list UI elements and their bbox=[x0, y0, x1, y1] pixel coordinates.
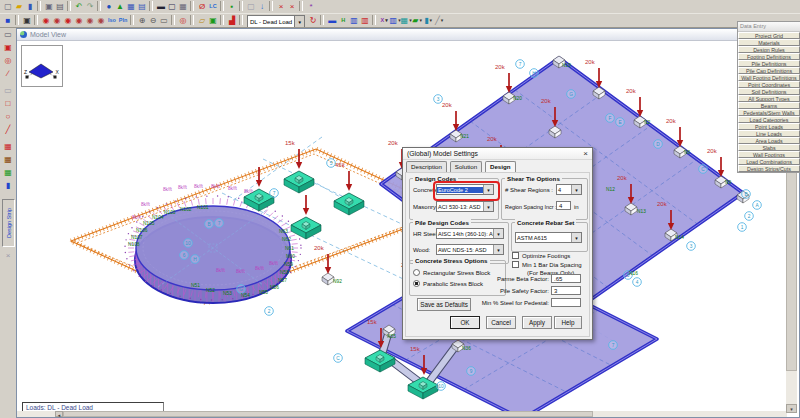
grid-tool-red-icon[interactable]: ▦ bbox=[2, 141, 14, 153]
print-icon[interactable]: ▤ bbox=[55, 1, 65, 12]
data-entry-item-point-loads[interactable]: Point Loads bbox=[738, 123, 800, 130]
undo-icon[interactable]: ↶ bbox=[74, 1, 84, 12]
iso-view-icon[interactable]: Iso bbox=[107, 15, 117, 26]
new-window-icon[interactable]: ▢ bbox=[167, 1, 177, 12]
parabolic-stress-radio[interactable] bbox=[413, 280, 420, 287]
save-as-defaults-button[interactable]: Save as Defaults bbox=[417, 298, 471, 311]
draw-slabs-icon[interactable]: ▰▾ bbox=[412, 15, 422, 26]
active-load-combo[interactable]: DL - Dead Load▾ bbox=[247, 15, 305, 28]
draw-piles-icon[interactable]: ▥ bbox=[360, 15, 370, 26]
export-icon[interactable]: ↓ bbox=[257, 1, 267, 12]
snapshot-icon[interactable]: ▣ bbox=[22, 15, 32, 26]
design-strip-button[interactable]: Design Strip bbox=[2, 199, 15, 247]
save-icon[interactable]: ▮ bbox=[25, 1, 35, 12]
tab-solution[interactable]: Solution bbox=[450, 161, 482, 172]
data-entry-item-area-loads[interactable]: Area Loads bbox=[738, 137, 800, 144]
min-steel-input[interactable] bbox=[551, 298, 581, 307]
draw-circle-icon[interactable]: ○ bbox=[2, 111, 14, 123]
data-entry-item-pedestals-stem-walls[interactable]: Pedestals/Stem Walls bbox=[738, 109, 800, 116]
zoom-in-icon[interactable]: ⊕ bbox=[137, 15, 147, 26]
draw-strips-icon[interactable]: ╱▾ bbox=[434, 15, 444, 26]
pin-support-1-icon[interactable]: ◉ bbox=[41, 15, 51, 26]
data-entry-item-wall-footings[interactable]: Wall Footings bbox=[738, 151, 800, 158]
data-entry-item-point-coordinates[interactable]: Point Coordinates bbox=[738, 81, 800, 88]
min-bar-dia-checkbox[interactable] bbox=[512, 261, 519, 268]
draw-footings-icon[interactable]: ▬ bbox=[327, 15, 337, 26]
copy-icon[interactable]: ▣ bbox=[44, 1, 54, 12]
draw-mesh-icon[interactable]: ▦▾ bbox=[401, 15, 411, 26]
grid-tool-green-icon[interactable]: ▦ bbox=[2, 167, 14, 179]
snap-settings-icon[interactable]: × bbox=[2, 250, 14, 262]
delete-all-results-icon[interactable]: × bbox=[287, 1, 297, 12]
rectangular-stress-radio[interactable] bbox=[413, 269, 420, 276]
load-combination-icon[interactable]: LC bbox=[208, 1, 218, 12]
new-file-icon[interactable]: ▢ bbox=[3, 1, 13, 12]
data-entry-item-load-combinations[interactable]: Load Combinations bbox=[738, 158, 800, 165]
results-icon[interactable]: ▪ bbox=[227, 1, 237, 12]
draw-pedestals-icon[interactable]: ▥ bbox=[349, 15, 359, 26]
draw-beams-icon[interactable]: H bbox=[338, 15, 348, 26]
target-icon[interactable]: ◎ bbox=[178, 15, 188, 26]
dropdown-arrow-icon[interactable]: ▾ bbox=[571, 233, 581, 242]
solve-icon[interactable]: Ø bbox=[197, 1, 207, 12]
rotate-view-icon[interactable]: ◎ bbox=[2, 55, 14, 67]
hr-steel-select[interactable]: AISC 14th (360-10): ASD ▾ bbox=[436, 228, 504, 239]
masonry-code-select[interactable]: ACI 530-13: ASD ▾ bbox=[436, 201, 494, 212]
hscroll-left-arrow-icon[interactable]: ◂ bbox=[55, 411, 63, 417]
select-window-icon[interactable]: ▭ bbox=[2, 29, 14, 41]
wood-select[interactable]: AWC NDS-15: ASD ▾ bbox=[436, 244, 504, 255]
data-entry-item-design-strips-cuts[interactable]: Design Strips/Cuts bbox=[738, 165, 800, 172]
pin-support-2-icon[interactable]: ◉ bbox=[52, 15, 62, 26]
help-icon[interactable]: * bbox=[306, 1, 316, 12]
dialog-close-icon[interactable]: × bbox=[583, 148, 588, 160]
data-entry-item-pile-cap-definitions[interactable]: Pile Cap Definitions bbox=[738, 67, 800, 74]
data-entry-item-pile-definitions[interactable]: Pile Definitions bbox=[738, 60, 800, 67]
data-entry-header[interactable]: Data Entry bbox=[738, 22, 800, 32]
draw-columns-icon[interactable]: ▥▾ bbox=[390, 15, 400, 26]
draw-plates-icon[interactable]: X▾ bbox=[379, 15, 389, 26]
dropdown-arrow-icon[interactable]: ▾ bbox=[483, 185, 493, 194]
select-all-icon[interactable]: ▭ bbox=[2, 85, 14, 97]
data-entry-item-wall-footing-definitions[interactable]: Wall Footing Definitions bbox=[738, 74, 800, 81]
render-view-icon[interactable]: ● bbox=[104, 1, 114, 12]
rebar-set-select[interactable]: ASTM A615 ▾ bbox=[515, 232, 582, 243]
zoom-box-icon[interactable]: ▭ bbox=[159, 15, 169, 26]
tile-windows-icon[interactable]: ▦ bbox=[126, 1, 136, 12]
report-icon[interactable]: ▢ bbox=[246, 1, 256, 12]
concrete-code-select[interactable]: EuroCode 2 ▾ bbox=[436, 184, 494, 195]
monitor-icon[interactable]: ▬ bbox=[156, 1, 166, 12]
region-spacing-input[interactable]: 4 bbox=[556, 201, 571, 210]
draw-line-icon[interactable]: ╱ bbox=[2, 124, 14, 136]
pin-support-3-icon[interactable]: ◉ bbox=[63, 15, 73, 26]
dialog-titlebar[interactable]: (Global) Model Settings × bbox=[403, 148, 592, 160]
pin-support-6-icon[interactable]: ◉ bbox=[96, 15, 106, 26]
data-entry-item-project-grid[interactable]: Project Grid bbox=[738, 32, 800, 39]
model-view-titlebar[interactable]: Model View bbox=[17, 29, 799, 41]
help-button[interactable]: Help bbox=[554, 316, 582, 329]
hscroll-thumb[interactable] bbox=[63, 411, 593, 417]
zoom-out-icon[interactable]: ⊖ bbox=[148, 15, 158, 26]
open-folder-icon[interactable]: ▰ bbox=[14, 1, 24, 12]
pin-support-4-icon[interactable]: ◉ bbox=[74, 15, 84, 26]
plot-options-icon[interactable]: ▟ bbox=[227, 15, 237, 26]
edit-drawing-icon[interactable]: ▱ bbox=[197, 15, 207, 26]
data-entry-item-design-rules[interactable]: Design Rules bbox=[738, 46, 800, 53]
dropdown-arrow-icon[interactable]: ▾ bbox=[571, 185, 581, 194]
copy-properties-icon[interactable]: ▣ bbox=[208, 15, 218, 26]
refresh-loads-icon[interactable]: ↻ bbox=[308, 15, 318, 26]
pin-support-5-icon[interactable]: ◉ bbox=[85, 15, 95, 26]
shear-regions-select[interactable]: 4 ▾ bbox=[556, 184, 582, 195]
plan-view-icon[interactable]: Pln bbox=[118, 15, 128, 26]
data-entry-item-load-categories[interactable]: Load Categories bbox=[738, 116, 800, 123]
distance-tool-icon[interactable]: ∕ bbox=[2, 68, 14, 80]
data-entry-item-materials[interactable]: Materials bbox=[738, 39, 800, 46]
apply-button[interactable]: Apply bbox=[522, 316, 552, 329]
parme-beta-input[interactable]: .65 bbox=[551, 274, 581, 283]
dropdown-arrow-icon[interactable]: ▾ bbox=[493, 229, 503, 238]
data-entry-item-line-loads[interactable]: Line Loads bbox=[738, 130, 800, 137]
redo-icon[interactable]: ↷ bbox=[85, 1, 95, 12]
delete-results-icon[interactable]: × bbox=[276, 1, 286, 12]
horizontal-scrollbar[interactable]: ◂ bbox=[17, 411, 787, 417]
data-entry-item-beams[interactable]: Beams bbox=[738, 102, 800, 109]
grid-tool-brown-icon[interactable]: ▦ bbox=[2, 154, 14, 166]
